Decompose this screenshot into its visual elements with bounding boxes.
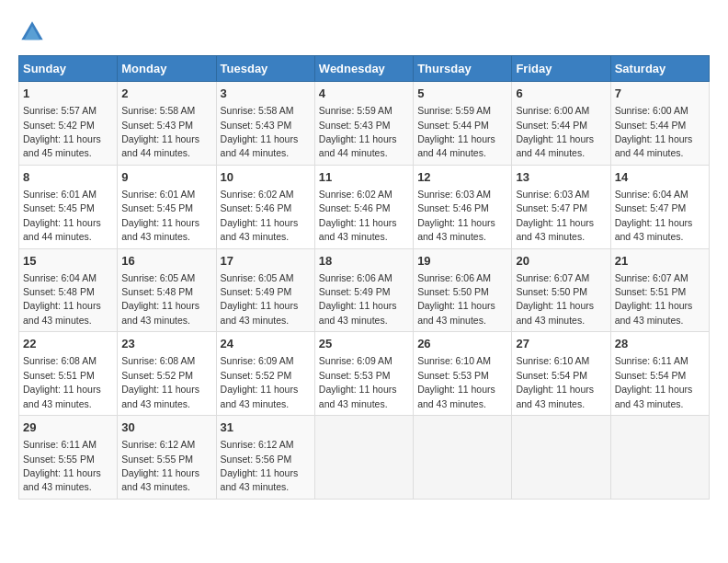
calendar-cell: 11 Sunrise: 6:02 AMSunset: 5:46 PMDaylig… (314, 165, 413, 248)
sunrise-text: Sunrise: 5:57 AMSunset: 5:42 PMDaylight:… (23, 105, 101, 158)
day-number: 11 (319, 169, 409, 186)
calendar-cell (512, 416, 610, 500)
day-number: 4 (319, 86, 409, 102)
sunrise-text: Sunrise: 6:12 AMSunset: 5:55 PMDaylight:… (121, 439, 199, 492)
calendar-week-3: 15 Sunrise: 6:04 AMSunset: 5:48 PMDaylig… (19, 248, 710, 332)
calendar-cell: 2 Sunrise: 5:58 AMSunset: 5:43 PMDayligh… (118, 82, 216, 166)
day-number: 15 (23, 253, 113, 270)
calendar-cell: 25 Sunrise: 6:09 AMSunset: 5:53 PMDaylig… (314, 332, 413, 416)
calendar-cell: 31 Sunrise: 6:12 AMSunset: 5:56 PMDaylig… (216, 416, 314, 500)
sunrise-text: Sunrise: 6:01 AMSunset: 5:45 PMDaylight:… (121, 189, 199, 242)
page-header (18, 18, 710, 46)
calendar-cell: 21 Sunrise: 6:07 AMSunset: 5:51 PMDaylig… (610, 248, 709, 332)
day-number: 7 (615, 86, 705, 102)
calendar-cell: 12 Sunrise: 6:03 AMSunset: 5:46 PMDaylig… (414, 165, 512, 248)
day-number: 24 (221, 336, 311, 352)
header-friday: Friday (512, 56, 610, 82)
calendar-cell: 24 Sunrise: 6:09 AMSunset: 5:52 PMDaylig… (216, 332, 314, 416)
day-number: 6 (516, 86, 606, 102)
calendar-cell: 9 Sunrise: 6:01 AMSunset: 5:45 PMDayligh… (118, 165, 216, 248)
sunrise-text: Sunrise: 6:02 AMSunset: 5:46 PMDaylight:… (319, 189, 397, 242)
day-number: 8 (23, 169, 113, 186)
calendar-cell: 28 Sunrise: 6:11 AMSunset: 5:54 PMDaylig… (610, 332, 709, 416)
calendar-cell: 16 Sunrise: 6:05 AMSunset: 5:48 PMDaylig… (118, 248, 216, 332)
calendar-cell: 8 Sunrise: 6:01 AMSunset: 5:45 PMDayligh… (19, 165, 118, 248)
day-number: 3 (221, 86, 311, 102)
sunrise-text: Sunrise: 6:07 AMSunset: 5:51 PMDaylight:… (615, 272, 693, 326)
calendar-cell: 23 Sunrise: 6:08 AMSunset: 5:52 PMDaylig… (118, 332, 216, 416)
day-number: 22 (23, 336, 113, 352)
day-number: 14 (615, 169, 705, 186)
day-number: 1 (23, 86, 113, 102)
calendar-week-2: 8 Sunrise: 6:01 AMSunset: 5:45 PMDayligh… (19, 165, 710, 248)
day-number: 29 (23, 419, 113, 436)
header-sunday: Sunday (19, 56, 118, 82)
calendar-cell: 30 Sunrise: 6:12 AMSunset: 5:55 PMDaylig… (118, 416, 216, 500)
sunrise-text: Sunrise: 6:00 AMSunset: 5:44 PMDaylight:… (615, 105, 693, 158)
calendar-week-4: 22 Sunrise: 6:08 AMSunset: 5:51 PMDaylig… (19, 332, 710, 416)
calendar-cell: 6 Sunrise: 6:00 AMSunset: 5:44 PMDayligh… (512, 82, 610, 166)
day-number: 28 (615, 336, 705, 352)
day-number: 12 (417, 169, 507, 186)
calendar-cell: 4 Sunrise: 5:59 AMSunset: 5:43 PMDayligh… (314, 82, 413, 166)
day-number: 26 (417, 336, 507, 352)
sunrise-text: Sunrise: 6:08 AMSunset: 5:52 PMDaylight:… (121, 355, 199, 408)
calendar-cell: 22 Sunrise: 6:08 AMSunset: 5:51 PMDaylig… (19, 332, 118, 416)
calendar-cell (414, 416, 512, 500)
calendar-header-row: SundayMondayTuesdayWednesdayThursdayFrid… (19, 56, 710, 82)
sunrise-text: Sunrise: 6:06 AMSunset: 5:50 PMDaylight:… (417, 272, 495, 326)
sunrise-text: Sunrise: 6:11 AMSunset: 5:55 PMDaylight:… (23, 439, 101, 492)
sunrise-text: Sunrise: 5:59 AMSunset: 5:44 PMDaylight:… (417, 105, 495, 158)
calendar-cell: 19 Sunrise: 6:06 AMSunset: 5:50 PMDaylig… (414, 248, 512, 332)
calendar-cell: 1 Sunrise: 5:57 AMSunset: 5:42 PMDayligh… (19, 82, 118, 166)
sunrise-text: Sunrise: 6:05 AMSunset: 5:49 PMDaylight:… (221, 272, 299, 326)
day-number: 21 (615, 253, 705, 270)
header-monday: Monday (118, 56, 216, 82)
logo (18, 18, 50, 46)
sunrise-text: Sunrise: 6:04 AMSunset: 5:47 PMDaylight:… (615, 189, 693, 242)
calendar-cell: 20 Sunrise: 6:07 AMSunset: 5:50 PMDaylig… (512, 248, 610, 332)
sunrise-text: Sunrise: 6:03 AMSunset: 5:47 PMDaylight:… (516, 189, 594, 242)
calendar-week-5: 29 Sunrise: 6:11 AMSunset: 5:55 PMDaylig… (19, 416, 710, 500)
calendar-cell: 10 Sunrise: 6:02 AMSunset: 5:46 PMDaylig… (216, 165, 314, 248)
day-number: 31 (221, 419, 311, 436)
calendar-cell: 3 Sunrise: 5:58 AMSunset: 5:43 PMDayligh… (216, 82, 314, 166)
sunrise-text: Sunrise: 5:58 AMSunset: 5:43 PMDaylight:… (221, 105, 299, 158)
sunrise-text: Sunrise: 6:05 AMSunset: 5:48 PMDaylight:… (121, 272, 199, 326)
sunrise-text: Sunrise: 6:09 AMSunset: 5:53 PMDaylight:… (319, 355, 397, 408)
day-number: 10 (221, 169, 311, 186)
day-number: 17 (221, 253, 311, 270)
sunrise-text: Sunrise: 5:58 AMSunset: 5:43 PMDaylight:… (121, 105, 199, 158)
calendar-cell: 29 Sunrise: 6:11 AMSunset: 5:55 PMDaylig… (19, 416, 118, 500)
sunrise-text: Sunrise: 6:01 AMSunset: 5:45 PMDaylight:… (23, 189, 101, 242)
calendar-cell: 26 Sunrise: 6:10 AMSunset: 5:53 PMDaylig… (414, 332, 512, 416)
sunrise-text: Sunrise: 6:06 AMSunset: 5:49 PMDaylight:… (319, 272, 397, 326)
calendar-cell: 15 Sunrise: 6:04 AMSunset: 5:48 PMDaylig… (19, 248, 118, 332)
day-number: 18 (319, 253, 409, 270)
sunrise-text: Sunrise: 6:03 AMSunset: 5:46 PMDaylight:… (417, 189, 495, 242)
header-saturday: Saturday (610, 56, 709, 82)
calendar-cell: 18 Sunrise: 6:06 AMSunset: 5:49 PMDaylig… (314, 248, 413, 332)
day-number: 25 (319, 336, 409, 352)
day-number: 2 (121, 86, 211, 102)
day-number: 19 (417, 253, 507, 270)
logo-icon (18, 18, 46, 46)
day-number: 9 (121, 169, 211, 186)
calendar-week-1: 1 Sunrise: 5:57 AMSunset: 5:42 PMDayligh… (19, 82, 710, 166)
header-thursday: Thursday (414, 56, 512, 82)
day-number: 23 (121, 336, 211, 352)
sunrise-text: Sunrise: 6:08 AMSunset: 5:51 PMDaylight:… (23, 355, 101, 408)
calendar-cell: 5 Sunrise: 5:59 AMSunset: 5:44 PMDayligh… (414, 82, 512, 166)
calendar-cell: 13 Sunrise: 6:03 AMSunset: 5:47 PMDaylig… (512, 165, 610, 248)
header-tuesday: Tuesday (216, 56, 314, 82)
calendar-cell (314, 416, 413, 500)
sunrise-text: Sunrise: 6:07 AMSunset: 5:50 PMDaylight:… (516, 272, 594, 326)
calendar-cell (610, 416, 709, 500)
sunrise-text: Sunrise: 6:09 AMSunset: 5:52 PMDaylight:… (221, 355, 299, 408)
sunrise-text: Sunrise: 6:10 AMSunset: 5:54 PMDaylight:… (516, 355, 594, 408)
sunrise-text: Sunrise: 6:00 AMSunset: 5:44 PMDaylight:… (516, 105, 594, 158)
calendar-cell: 7 Sunrise: 6:00 AMSunset: 5:44 PMDayligh… (610, 82, 709, 166)
calendar-cell: 27 Sunrise: 6:10 AMSunset: 5:54 PMDaylig… (512, 332, 610, 416)
sunrise-text: Sunrise: 6:02 AMSunset: 5:46 PMDaylight:… (221, 189, 299, 242)
calendar-cell: 17 Sunrise: 6:05 AMSunset: 5:49 PMDaylig… (216, 248, 314, 332)
